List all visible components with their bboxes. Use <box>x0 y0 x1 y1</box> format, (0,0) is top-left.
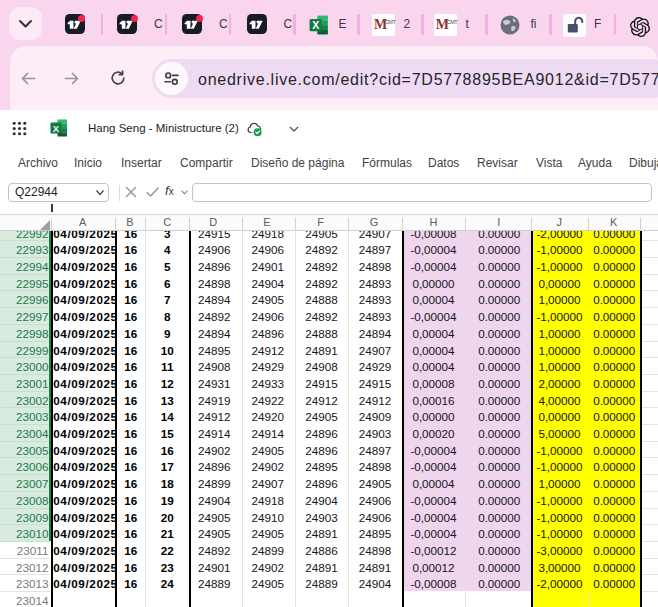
svg-text:X: X <box>53 123 60 134</box>
svg-text:X: X <box>312 19 319 31</box>
